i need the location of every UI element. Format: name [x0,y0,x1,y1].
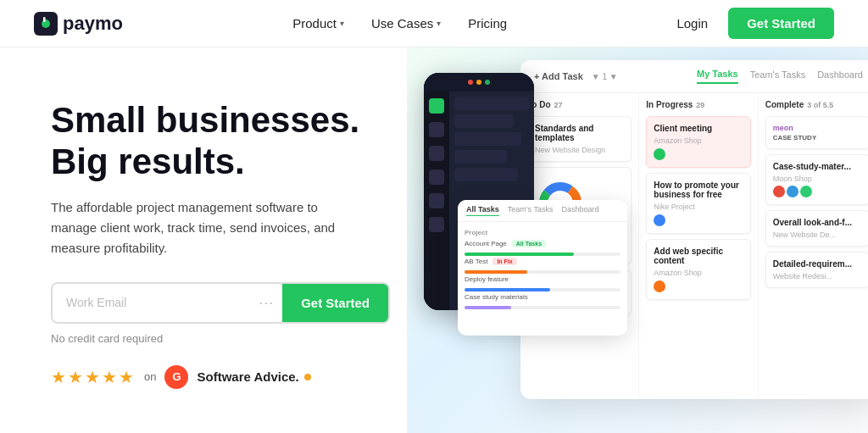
ratings-row: ★★★★★ on G Software Advice. [51,365,373,389]
on-text: on [144,370,156,383]
dash-col-inprogress-header: In Progress 29 [646,100,750,109]
small-dash-header: All Tasks Team's Tasks Dashboard [458,200,627,222]
nav-pricing[interactable]: Pricing [468,16,507,31]
avatar-1 [654,148,665,160]
dots-icon: ··· [250,294,282,312]
small-dashboard: All Tasks Team's Tasks Dashboard Project… [458,200,627,336]
small-progress-4 [465,306,620,309]
star-rating: ★★★★★ [51,367,136,387]
form-get-started-button[interactable]: Get Started [282,284,388,322]
small-dash-row-4: Case study materials [465,293,620,301]
task-card-promote: How to promote your business for free Ni… [646,173,750,234]
hero-right: All Tasks Team's Tasks Dashboard Project… [407,47,868,433]
small-progress-2 [465,270,620,274]
g2-badge: G [164,365,188,389]
no-credit-text: No credit card required [51,332,373,345]
small-dash-tab-dashboard[interactable]: Dashboard [561,205,598,216]
nav-right: Login Get Started [676,8,834,39]
dash-col-todo-header: To Do 27 [527,100,632,109]
phone-nav-icon-active [429,98,444,114]
meon-label: meon [773,124,862,132]
task-card-overall: Overall look-and-f... New Website De... [765,210,868,247]
phone-sidebar [424,92,449,310]
logo-text: paymo [63,13,123,35]
phone-nav-icon-5 [429,217,444,232]
small-dash-row-2: AB Test In Fix [465,258,620,265]
phone-dot-green [485,80,490,85]
small-progress-1 [465,253,620,256]
task-card-case-study: Case-study-mater... Moon Shop [765,154,868,205]
avatar-case-2 [787,186,798,197]
get-started-nav-button[interactable]: Get Started [728,8,834,39]
dash-col-inprogress: In Progress 29 Client meeting Amazon Sho… [639,93,758,398]
dash-col-complete-header: Complete 3 of 5.5 [765,100,868,109]
main: Small businesses. Big results. The affor… [0,47,868,433]
task-card-detailed: Detailed-requirem... Website Redesi... [765,252,868,288]
svg-point-1 [42,19,50,28]
avatar-case-3 [800,186,812,197]
task-card-standards: Standards and templates New Website Desi… [527,116,632,162]
login-button[interactable]: Login [676,16,708,31]
avatar-case-1 [773,186,785,197]
software-advice-dot-icon [304,374,311,380]
header: paymo Product ▾ Use Cases ▾ Pricing Logi… [0,0,868,47]
small-dash-project-label: Project [465,229,620,236]
small-dash-body: Project Account Page All Tasks AB Test I… [458,222,627,318]
software-advice-badge: Software Advice. [197,369,310,384]
dash-tab-team-tasks[interactable]: Team's Tasks [750,69,805,83]
task-card-client-meeting: Client meeting Amazon Shop [646,116,750,168]
phone-nav-icon-3 [429,169,444,185]
svg-rect-2 [43,17,46,22]
task-card-meon: meon CASE STUDY [765,116,868,149]
phone-dot-yellow [476,80,481,85]
phone-dot-red [468,80,473,85]
phone-project-item-2 [454,114,514,128]
phone-project-item-1 [454,97,529,110]
dash-tab-my-tasks[interactable]: My Tasks [697,69,738,84]
nav-use-cases[interactable]: Use Cases ▾ [371,16,441,31]
phone-nav-icon-2 [429,146,444,161]
small-tag-2: In Fix [492,258,516,265]
phone-project-item-4 [454,150,507,164]
small-dash-row-1: Account Page All Tasks [465,240,620,247]
small-tag-1: All Tasks [512,240,546,247]
small-dash-tab-team-tasks[interactable]: Team's Tasks [508,205,554,216]
small-progress-3 [465,288,620,291]
dash-col-complete: Complete 3 of 5.5 meon CASE STUDY Case-s… [759,93,868,398]
nav: Product ▾ Use Cases ▾ Pricing [292,16,507,31]
chevron-down-icon: ▾ [437,19,441,28]
avatar-2 [654,214,665,226]
email-form: ··· Get Started [51,282,390,324]
phone-nav-icon-1 [429,122,444,137]
nav-product[interactable]: Product ▾ [292,16,344,31]
logo[interactable]: paymo [34,12,123,36]
email-input[interactable] [53,284,250,321]
task-card-web-content: Add web specific content Amazon Shop [646,239,750,300]
phone-nav-icon-4 [429,193,444,208]
hero-headline: Small businesses. Big results. [51,100,373,182]
avatar-3 [654,280,665,292]
phone-project-item-5 [454,168,518,181]
chevron-down-icon: ▾ [340,19,344,28]
hero-left: Small businesses. Big results. The affor… [0,47,407,433]
hero-subtext: The affordable project management softwa… [51,197,356,258]
phone-project-item-3 [454,132,521,146]
dash-tab-dashboard[interactable]: Dashboard [817,69,863,83]
small-dash-tab-all-tasks[interactable]: All Tasks [466,205,499,216]
dash-header: + Add Task ▼ 1 ▼ My Tasks Team's Tasks D… [520,60,868,93]
small-dash-row-3: Deploy feature [465,275,620,283]
